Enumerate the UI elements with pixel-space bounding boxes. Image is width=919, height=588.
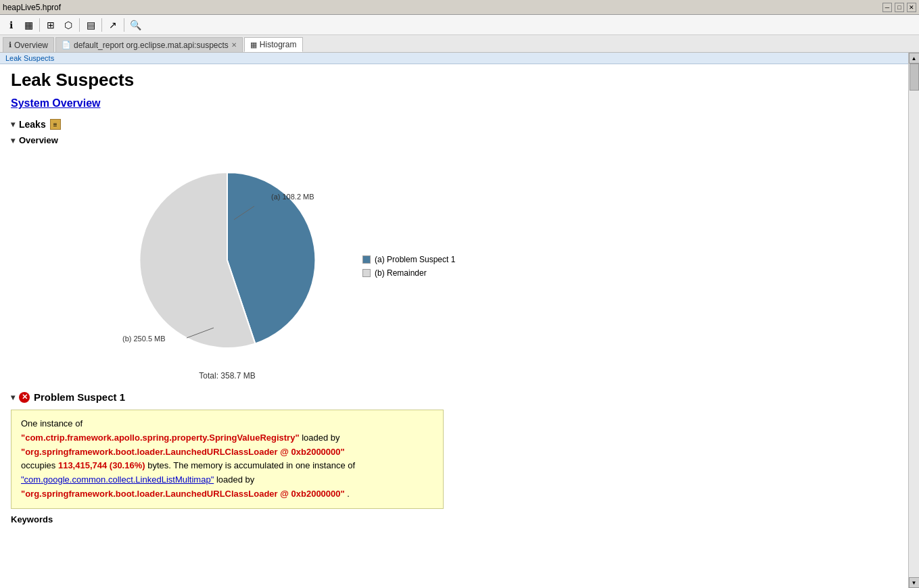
breadcrumb-text: Leak Suspects — [5, 54, 54, 62]
pie-wrapper: (a) 108.2 MB (b) 250.5 MB Total: 358.7 M… — [119, 152, 335, 381]
problem-suspect-header[interactable]: ▾ ✕ Problem Suspect 1 — [11, 391, 897, 403]
overview-label: Overview — [19, 135, 58, 145]
problem-collapse-arrow: ▾ — [11, 393, 15, 402]
page-content: Leak Suspects System Overview ▾ Leaks ≡ … — [0, 64, 908, 530]
desc-classloader2: "org.springframework.boot.loader.Launche… — [21, 489, 345, 499]
scroll-track[interactable] — [909, 64, 919, 577]
desc-loaded-by1: loaded by — [302, 433, 339, 443]
grid-toolbar-btn[interactable]: ▤ — [83, 17, 99, 33]
legend-color-a — [362, 255, 371, 264]
tab-overview[interactable]: ℹ Overview — [3, 37, 54, 52]
toolbar: ℹ ▦ ⊞ ⬡ ▤ ↗ 🔍 — [0, 15, 919, 35]
histogram-tab-label: Histogram — [260, 40, 297, 49]
chart-legend: (a) Problem Suspect 1 (b) Remainder — [362, 255, 455, 278]
desc-suffix: . — [347, 489, 350, 499]
content-area: Leak Suspects Leak Suspects System Overv… — [0, 53, 919, 588]
close-btn[interactable]: ✕ — [907, 3, 916, 12]
chart-total: Total: 358.7 MB — [199, 371, 255, 381]
heap-toolbar-btn[interactable]: ⬡ — [60, 17, 76, 33]
scrollbar-vertical[interactable]: ▲ ▼ — [908, 53, 919, 588]
report-tab-icon: 📄 — [62, 41, 71, 49]
toolbar-sep-4 — [124, 18, 124, 32]
overview-collapse-arrow: ▾ — [11, 136, 15, 145]
toolbar-sep-1 — [39, 18, 40, 32]
system-overview-link[interactable]: System Overview — [11, 97, 101, 109]
window-controls: ─ □ ✕ — [882, 3, 916, 12]
leaks-section-label: Leaks — [19, 119, 46, 130]
desc-occupies-suffix: bytes. The memory is accumulated in one … — [147, 460, 355, 470]
desc-classloader1: "org.springframework.boot.loader.Launche… — [21, 447, 345, 457]
desc-class1: "com.ctrip.framework.apollo.spring.prope… — [21, 433, 300, 443]
error-icon: ✕ — [19, 392, 30, 403]
leaks-section-header[interactable]: ▾ Leaks ≡ — [11, 119, 897, 130]
desc-occupies: occupies — [21, 460, 58, 470]
scroll-down-btn[interactable]: ▼ — [909, 577, 920, 588]
legend-label-b: (b) Remainder — [375, 268, 427, 278]
bar-chart-toolbar-btn[interactable]: ▦ — [20, 17, 37, 33]
toolbar-sep-2 — [79, 18, 80, 32]
leaks-collapse-arrow: ▾ — [11, 120, 15, 129]
desc-class2[interactable]: "com.google.common.collect.LinkedListMul… — [21, 474, 214, 485]
report-tab-label: default_report org.eclipse.mat.api:suspe… — [74, 41, 229, 50]
chart-container: (a) 108.2 MB (b) 250.5 MB Total: 358.7 M… — [119, 152, 897, 381]
tab-default-report[interactable]: 📄 default_report org.eclipse.mat.api:sus… — [55, 37, 243, 52]
breadcrumb[interactable]: Leak Suspects — [0, 53, 908, 64]
info-toolbar-btn[interactable]: ℹ — [3, 17, 19, 33]
maximize-btn[interactable]: □ — [895, 3, 904, 12]
legend-color-b — [362, 269, 371, 277]
problem-suspect-section: ▾ ✕ Problem Suspect 1 One instance of "c… — [11, 391, 897, 524]
overview-tab-label: Overview — [14, 41, 48, 50]
minimize-btn[interactable]: ─ — [882, 3, 892, 12]
db-toolbar-btn[interactable]: ⊞ — [43, 17, 59, 33]
overview-header[interactable]: ▾ Overview — [11, 135, 897, 145]
description-box: One instance of "com.ctrip.framework.apo… — [11, 410, 444, 509]
pie-label-b: (b) 250.5 MB — [122, 335, 166, 343]
leaks-section-icon: ≡ — [50, 119, 61, 130]
desc-intro: One instance of — [21, 418, 83, 428]
pie-label-a: (a) 108.2 MB — [271, 193, 314, 201]
page-title: Leak Suspects — [11, 70, 897, 91]
toolbar-sep-3 — [101, 18, 102, 32]
desc-occupies-value: 113,415,744 (30.16%) — [58, 460, 145, 470]
pie-chart: (a) 108.2 MB (b) 250.5 MB — [119, 152, 335, 368]
legend-label-a: (a) Problem Suspect 1 — [375, 255, 455, 264]
legend-item-a: (a) Problem Suspect 1 — [362, 255, 455, 264]
histogram-tab-icon: ▦ — [250, 41, 257, 49]
tabs-bar: ℹ Overview 📄 default_report org.eclipse.… — [0, 35, 919, 53]
main-panel[interactable]: Leak Suspects Leak Suspects System Overv… — [0, 53, 908, 588]
desc-loaded-by2: loaded by — [216, 474, 254, 485]
scroll-thumb[interactable] — [910, 64, 919, 91]
overview-tab-icon: ℹ — [9, 41, 11, 49]
keywords-label: Keywords — [11, 514, 897, 524]
export-toolbar-btn[interactable]: ↗ — [105, 17, 121, 33]
title-bar: heapLive5.hprof ─ □ ✕ — [0, 0, 919, 15]
problem-suspect-title: Problem Suspect 1 — [34, 391, 125, 403]
window-title: heapLive5.hprof — [3, 3, 61, 12]
report-tab-close[interactable]: ✕ — [231, 41, 237, 49]
overview-section: ▾ Overview — [11, 135, 897, 381]
search-toolbar-btn[interactable]: 🔍 — [127, 17, 143, 33]
tab-histogram[interactable]: ▦ Histogram — [244, 37, 303, 52]
scroll-up-btn[interactable]: ▲ — [909, 53, 920, 64]
legend-item-b: (b) Remainder — [362, 268, 455, 278]
